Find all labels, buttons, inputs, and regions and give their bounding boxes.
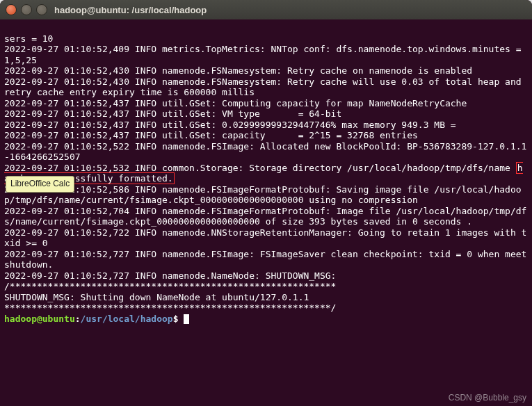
log-line: 2022-09-27 01:10:52,409 INFO metrics.Top… — [4, 44, 528, 65]
log-line: 2022-09-27 01:10:52,522 INFO namenode.FS… — [4, 141, 528, 163]
log-line: 2022-09-27 01:10:52,727 INFO namenode.Na… — [4, 270, 528, 282]
log-line: 2022-09-27 01:10:52,532 INFO common.Stor… — [4, 163, 528, 184]
titlebar[interactable]: hadoop@ubuntu: /usr/local/hadoop — [0, 0, 532, 19]
close-icon[interactable] — [6, 4, 17, 15]
window-title: hadoop@ubuntu: /usr/local/hadoop — [54, 5, 207, 15]
log-line: 2022-09-27 01:10:52,704 INFO namenode.FS… — [4, 206, 528, 227]
log-line: sers = 10 — [4, 33, 528, 44]
minimize-icon[interactable] — [21, 4, 32, 15]
maximize-icon[interactable] — [36, 4, 47, 15]
log-line: 2022-09-27 01:10:52,437 INFO util.GSet: … — [4, 120, 528, 131]
terminal-window: hadoop@ubuntu: /usr/local/hadoop sers = … — [0, 0, 532, 406]
log-line: SHUTDOWN_MSG: Shutting down NameNode at … — [4, 292, 528, 303]
log-line: 2022-09-27 01:10:52,437 INFO util.GSet: … — [4, 98, 528, 109]
log-line: /***************************************… — [4, 281, 528, 292]
window-controls — [6, 4, 47, 15]
cursor-icon — [184, 314, 189, 324]
log-line: 2022-09-27 01:10:52,437 INFO util.GSet: … — [4, 108, 528, 120]
log-line: 2022-09-27 01:10:52,727 INFO namenode.FS… — [4, 249, 528, 270]
log-line: 2022-09-27 01:10:52,586 INFO namenode.FS… — [4, 184, 528, 206]
log-line: ****************************************… — [4, 302, 528, 314]
terminal-output[interactable]: sers = 102022-09-27 01:10:52,409 INFO me… — [0, 19, 532, 406]
prompt-sep: : — [75, 314, 81, 324]
prompt-line: hadoop@ubuntu:/usr/local/hadoop$ — [4, 314, 528, 325]
prompt-end: $ — [173, 314, 179, 324]
log-line: 2022-09-27 01:10:52,430 INFO namenode.FS… — [4, 65, 528, 76]
log-line: 2022-09-27 01:10:52,430 INFO namenode.FS… — [4, 76, 528, 98]
tooltip-libreoffice: LibreOffice Calc — [6, 176, 74, 193]
prompt-path: /usr/local/hadoop — [81, 314, 173, 324]
log-text: 2022-09-27 01:10:52,532 INFO common.Stor… — [4, 163, 516, 173]
prompt-user: hadoop@ubuntu — [4, 314, 75, 324]
watermark: CSDN @Bubble_gsy — [449, 393, 526, 404]
log-line: 2022-09-27 01:10:52,722 INFO namenode.NN… — [4, 227, 528, 249]
log-line: 2022-09-27 01:10:52,437 INFO util.GSet: … — [4, 130, 528, 141]
